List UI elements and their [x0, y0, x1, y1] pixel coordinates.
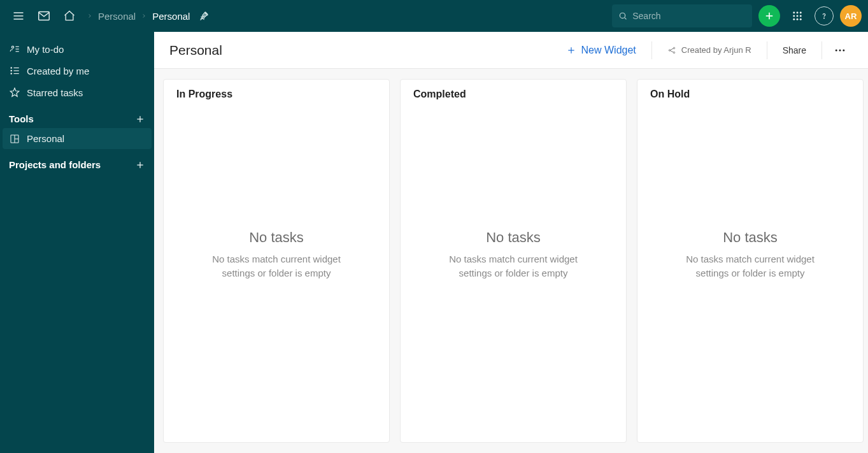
star-icon [9, 87, 20, 98]
svg-point-16 [800, 18, 802, 20]
add-project-button[interactable] [135, 160, 145, 170]
svg-point-8 [793, 11, 795, 13]
svg-point-12 [797, 15, 799, 17]
divider [822, 41, 822, 59]
mail-icon [37, 9, 51, 23]
main: My to-do Created by me Starred tasks Too… [0, 32, 868, 453]
svg-point-39 [673, 47, 674, 48]
avatar[interactable]: AR [840, 5, 862, 27]
create-button[interactable] [758, 5, 780, 27]
topbar-left: Personal Personal [6, 4, 209, 28]
empty-title: No tasks [486, 229, 541, 246]
svg-point-23 [11, 70, 12, 71]
apps-grid-icon [792, 10, 803, 22]
empty-title: No tasks [249, 229, 304, 246]
divider [651, 41, 652, 59]
new-widget-label: New Widget [581, 45, 636, 56]
plus-icon [135, 160, 145, 170]
search-box[interactable] [612, 4, 752, 27]
sidebar-item-my-todo[interactable]: My to-do [0, 38, 154, 60]
apps-button[interactable] [786, 5, 808, 27]
search-icon [618, 11, 627, 21]
pin-icon [199, 11, 209, 21]
hamburger-icon [12, 10, 25, 22]
svg-point-43 [836, 49, 837, 51]
svg-line-41 [670, 48, 673, 50]
svg-point-15 [797, 18, 799, 20]
svg-line-42 [670, 50, 673, 52]
people-icon [9, 43, 20, 55]
widget-completed: Completed No tasks No tasks match curren… [400, 79, 627, 443]
sidebar-section-tools: Tools [0, 103, 154, 128]
add-tool-button[interactable] [135, 114, 145, 124]
svg-point-13 [800, 15, 802, 17]
help-icon [820, 11, 829, 20]
chevron-right-icon [141, 13, 147, 19]
sidebar-item-label: Starred tasks [27, 87, 83, 98]
svg-point-14 [793, 18, 795, 20]
sidebar: My to-do Created by me Starred tasks Too… [0, 32, 154, 453]
board: In Progress No tasks No tasks match curr… [154, 69, 868, 453]
list-icon [9, 65, 20, 76]
empty-title: No tasks [723, 229, 778, 246]
content-header-actions: New Widget Created by Arjun R Share [556, 40, 853, 61]
created-by-label: Created by Arjun R [681, 45, 751, 55]
created-by-button[interactable]: Created by Arjun R [657, 41, 762, 59]
svg-point-44 [839, 49, 841, 51]
more-horizontal-icon [834, 44, 846, 57]
widget-body: No tasks No tasks match current widget s… [401, 105, 626, 442]
hamburger-button[interactable] [6, 4, 31, 28]
svg-point-38 [669, 49, 670, 50]
svg-point-24 [11, 73, 12, 75]
share-label: Share [783, 45, 806, 55]
search-input[interactable] [632, 11, 746, 21]
sidebar-item-created-by-me[interactable]: Created by me [0, 60, 154, 82]
sidebar-item-starred[interactable]: Starred tasks [0, 82, 154, 103]
sidebar-tool-personal[interactable]: Personal [3, 128, 152, 149]
page-title: Personal [169, 43, 222, 58]
inbox-button[interactable] [32, 4, 56, 28]
sidebar-section-projects: Projects and folders [0, 149, 154, 174]
svg-point-10 [800, 11, 802, 13]
breadcrumb: Personal Personal [87, 11, 209, 22]
widget-in-progress: In Progress No tasks No tasks match curr… [163, 79, 390, 443]
breadcrumb-item-current[interactable]: Personal [152, 11, 190, 22]
svg-point-22 [11, 68, 12, 69]
plus-icon [135, 114, 145, 124]
svg-marker-28 [10, 88, 19, 96]
content: Personal New Widget Created by Arjun R S… [154, 32, 868, 453]
svg-point-40 [673, 52, 674, 53]
svg-point-45 [843, 49, 844, 51]
topbar: Personal Personal AR [0, 0, 868, 32]
svg-point-9 [797, 11, 799, 13]
sidebar-item-label: Personal [27, 133, 64, 144]
widget-body: No tasks No tasks match current widget s… [637, 105, 863, 442]
plus-icon [764, 10, 775, 22]
divider [767, 41, 767, 59]
sidebar-section-label: Projects and folders [9, 159, 101, 170]
content-header: Personal New Widget Created by Arjun R S… [154, 32, 868, 69]
empty-subtitle: No tasks match current widget settings o… [437, 252, 590, 280]
empty-subtitle: No tasks match current widget settings o… [674, 252, 827, 280]
svg-point-17 [824, 18, 825, 18]
svg-line-5 [625, 18, 627, 20]
pin-button[interactable] [199, 11, 209, 21]
sidebar-item-label: My to-do [27, 44, 64, 55]
home-icon [63, 10, 76, 22]
sidebar-item-label: Created by me [27, 66, 89, 76]
home-button[interactable] [57, 4, 82, 28]
share-button[interactable]: Share [772, 41, 816, 59]
share-nodes-icon [667, 46, 676, 55]
new-widget-button[interactable]: New Widget [556, 41, 646, 60]
widget-title: In Progress [164, 80, 389, 105]
svg-point-4 [620, 13, 625, 18]
topbar-right: AR [612, 4, 862, 27]
dashboard-icon [9, 134, 20, 144]
breadcrumb-item-root[interactable]: Personal [98, 11, 136, 22]
widget-title: On Hold [637, 80, 863, 105]
widget-title: Completed [401, 80, 626, 105]
plus-icon [566, 45, 576, 55]
help-button[interactable] [815, 6, 834, 25]
empty-subtitle: No tasks match current widget settings o… [200, 252, 353, 280]
more-button[interactable] [827, 40, 853, 61]
